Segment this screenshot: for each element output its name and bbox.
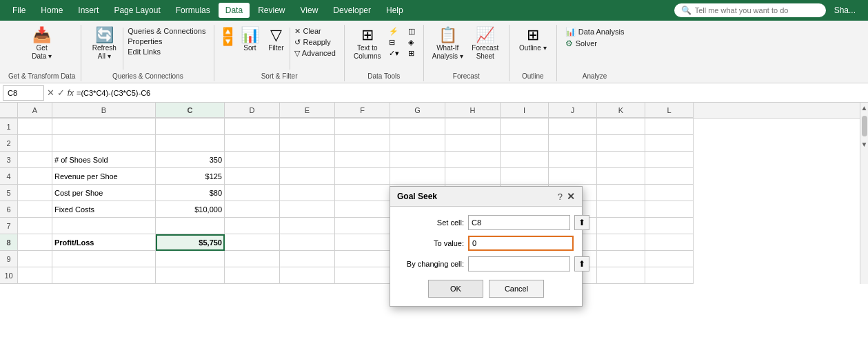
cell-b3[interactable]: # of Shoes Sold — [52, 152, 156, 168]
relationships-button[interactable]: ◈ — [405, 37, 418, 48]
cell-c1[interactable] — [156, 119, 225, 135]
properties-button[interactable]: Properties — [125, 37, 208, 46]
remove-duplicates-button[interactable]: ⊟ — [386, 37, 404, 48]
dialog-close-button[interactable]: ✕ — [567, 191, 575, 202]
cell-c9[interactable] — [156, 251, 225, 267]
cell-a8[interactable] — [18, 234, 52, 251]
cell-k4[interactable] — [597, 168, 645, 185]
cell-a2[interactable] — [18, 135, 52, 152]
cell-l5[interactable] — [645, 185, 694, 201]
col-header-f[interactable]: F — [335, 103, 390, 118]
cell-l1[interactable] — [645, 119, 694, 135]
row-header-4[interactable]: 4 — [0, 168, 18, 185]
cell-c6[interactable]: $10,000 — [156, 201, 225, 218]
cell-k7[interactable] — [597, 218, 645, 234]
cell-h1[interactable] — [445, 119, 501, 135]
cell-l8[interactable] — [645, 234, 694, 251]
cell-b9[interactable] — [52, 251, 156, 267]
cell-k10[interactable] — [597, 267, 645, 284]
scroll-thumb[interactable] — [862, 116, 867, 136]
goal-seek-dialog[interactable]: Goal Seek ? ✕ Set cell: ⬆ To value: By c… — [390, 186, 583, 284]
cell-c7[interactable] — [156, 218, 225, 234]
cell-d9[interactable] — [225, 251, 280, 267]
cell-a6[interactable] — [18, 201, 52, 218]
scroll-down-arrow[interactable]: ▼ — [860, 139, 868, 150]
what-if-button[interactable]: 📋 What-IfAnalysis ▾ — [430, 26, 466, 62]
cell-e6[interactable] — [280, 201, 335, 218]
sort-az-button[interactable]: 🔼🔽 — [220, 26, 236, 47]
row-header-6[interactable]: 6 — [0, 201, 18, 218]
data-analysis-button[interactable]: 📊 Data Analysis — [563, 26, 627, 37]
cell-k8[interactable] — [597, 234, 645, 251]
cell-j4[interactable] — [549, 168, 597, 185]
cell-f5[interactable] — [335, 185, 390, 201]
to-value-input[interactable] — [468, 236, 574, 251]
cell-d10[interactable] — [225, 267, 280, 284]
cell-l7[interactable] — [645, 218, 694, 234]
cell-b7[interactable] — [52, 218, 156, 234]
cell-l2[interactable] — [645, 135, 694, 152]
menu-view[interactable]: View — [294, 3, 325, 18]
cell-k5[interactable] — [597, 185, 645, 201]
menu-insert[interactable]: Insert — [71, 3, 105, 18]
cell-c10[interactable] — [156, 267, 225, 284]
cell-b1[interactable] — [52, 119, 156, 135]
cell-h3[interactable] — [445, 152, 501, 168]
row-header-8[interactable]: 8 — [0, 234, 18, 251]
menu-home[interactable]: Home — [34, 3, 70, 18]
flash-fill-button[interactable]: ⚡ — [386, 26, 404, 37]
queries-connections-button[interactable]: Queries & Connections — [125, 26, 208, 36]
sort-button[interactable]: 📊 Sort — [237, 26, 262, 54]
sort-za-button[interactable] — [220, 48, 236, 49]
col-header-e[interactable]: E — [280, 103, 335, 118]
cell-f10[interactable] — [335, 267, 390, 284]
refresh-all-button[interactable]: 🔄 RefreshAll ▾ — [87, 26, 121, 62]
dialog-help-button[interactable]: ? — [558, 192, 563, 202]
consolidate-button[interactable]: ◫ — [405, 26, 418, 37]
vertical-scrollbar[interactable]: ▲ ▼ — [860, 103, 868, 284]
cell-i1[interactable] — [501, 119, 549, 135]
cell-a10[interactable] — [18, 267, 52, 284]
manage-model-button[interactable]: ⊞ — [405, 48, 418, 59]
share-button[interactable]: Sha... — [827, 3, 862, 18]
row-header-5[interactable]: 5 — [0, 185, 18, 201]
cell-f1[interactable] — [335, 119, 390, 135]
cell-c5[interactable]: $80 — [156, 185, 225, 201]
cell-e3[interactable] — [280, 152, 335, 168]
menu-developer[interactable]: Developer — [326, 3, 378, 18]
col-header-b[interactable]: B — [52, 103, 156, 118]
cell-e9[interactable] — [280, 251, 335, 267]
row-header-1[interactable]: 1 — [0, 119, 18, 135]
cell-d4[interactable] — [225, 168, 280, 185]
cell-d6[interactable] — [225, 201, 280, 218]
edit-links-button[interactable]: Edit Links — [125, 47, 208, 57]
cell-d1[interactable] — [225, 119, 280, 135]
cell-f2[interactable] — [335, 135, 390, 152]
data-validation-button[interactable]: ✓▾ — [386, 48, 404, 59]
col-header-h[interactable]: H — [445, 103, 501, 118]
cell-reference-box[interactable]: C8 — [3, 85, 44, 101]
forecast-sheet-button[interactable]: 📈 ForecastSheet — [467, 26, 503, 62]
cell-c4[interactable]: $125 — [156, 168, 225, 185]
cell-f8[interactable] — [335, 234, 390, 251]
formula-input[interactable] — [77, 89, 865, 97]
cell-b6[interactable]: Fixed Costs — [52, 201, 156, 218]
reapply-button[interactable]: ↺ Reapply — [292, 37, 338, 48]
cell-g3[interactable] — [390, 152, 445, 168]
col-header-j[interactable]: J — [549, 103, 597, 118]
menu-formulas[interactable]: Formulas — [169, 3, 217, 18]
cell-d3[interactable] — [225, 152, 280, 168]
cell-c3[interactable]: 350 — [156, 152, 225, 168]
by-changing-input[interactable] — [468, 256, 570, 271]
col-header-d[interactable]: D — [225, 103, 280, 118]
col-header-k[interactable]: K — [597, 103, 645, 118]
cell-j2[interactable] — [549, 135, 597, 152]
cell-i2[interactable] — [501, 135, 549, 152]
row-header-7[interactable]: 7 — [0, 218, 18, 234]
by-changing-collapse-button[interactable]: ⬆ — [574, 256, 589, 271]
cell-e7[interactable] — [280, 218, 335, 234]
cell-k2[interactable] — [597, 135, 645, 152]
cell-e5[interactable] — [280, 185, 335, 201]
cell-e8[interactable] — [280, 234, 335, 251]
col-header-a[interactable]: A — [18, 103, 52, 118]
